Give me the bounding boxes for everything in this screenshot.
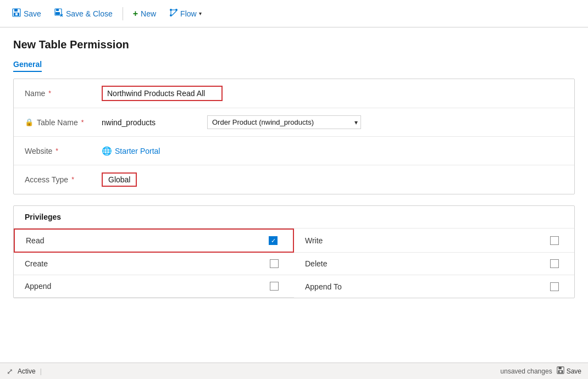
save-label: Save bbox=[24, 9, 41, 18]
privilege-append-to-row: Append To bbox=[294, 275, 574, 298]
privileges-grid: Read Write Create Delete bbox=[14, 228, 574, 298]
access-type-required: * bbox=[71, 176, 74, 183]
status-left: ⤢ Active | bbox=[7, 367, 42, 376]
status-save-icon bbox=[557, 366, 564, 376]
table-name-select[interactable]: Order Product (nwind_products) bbox=[207, 115, 361, 129]
lock-icon: 🔒 bbox=[25, 118, 34, 126]
svg-rect-1 bbox=[14, 9, 18, 12]
flow-label: Flow bbox=[180, 9, 197, 18]
svg-rect-5 bbox=[56, 9, 59, 11]
name-input[interactable] bbox=[102, 86, 223, 101]
table-name-value-container: nwind_products Order Product (nwind_prod… bbox=[102, 115, 563, 129]
name-row: Name * bbox=[14, 79, 574, 108]
privileges-section: Privileges Read Write Create bbox=[13, 205, 575, 298]
flow-chevron-icon: ▾ bbox=[199, 10, 202, 16]
svg-point-10 bbox=[175, 9, 177, 11]
main-wrapper: New Table Permission General Name * 🔒 Ta… bbox=[0, 27, 588, 363]
table-name-label: 🔒 Table Name * bbox=[25, 118, 102, 127]
access-type-value: Global bbox=[102, 172, 137, 187]
save-icon bbox=[12, 8, 21, 19]
svg-point-11 bbox=[170, 14, 172, 16]
save-close-label: Save & Close bbox=[66, 9, 113, 18]
privilege-write-label: Write bbox=[305, 236, 550, 245]
privilege-create-checkbox[interactable] bbox=[270, 259, 279, 268]
privilege-append-to-checkbox[interactable] bbox=[550, 282, 559, 291]
website-label: Website * bbox=[25, 147, 102, 155]
status-save-label: Save bbox=[567, 367, 581, 375]
svg-rect-18 bbox=[559, 371, 562, 373]
unsaved-changes-text: unsaved changes bbox=[501, 367, 552, 375]
privilege-delete-label: Delete bbox=[305, 259, 550, 268]
access-type-row: Access Type * Global bbox=[14, 165, 574, 194]
privilege-create-label: Create bbox=[25, 259, 270, 268]
table-name-text: nwind_products bbox=[102, 118, 201, 127]
status-active: Active bbox=[18, 367, 36, 375]
svg-rect-3 bbox=[15, 13, 18, 15]
privilege-read-checkbox[interactable] bbox=[269, 236, 278, 245]
new-icon: + bbox=[133, 9, 138, 19]
access-type-label: Access Type * bbox=[25, 175, 102, 184]
status-right: unsaved changes Save bbox=[501, 366, 581, 376]
privilege-append-label: Append bbox=[25, 282, 270, 291]
website-value-container: 🌐 Starter Portal bbox=[102, 146, 563, 156]
status-bar: ⤢ Active | unsaved changes Save bbox=[0, 363, 588, 379]
name-label: Name * bbox=[25, 89, 102, 98]
new-label: New bbox=[141, 9, 156, 18]
general-form-section: Name * 🔒 Table Name * nwind_products bbox=[13, 79, 575, 194]
new-button[interactable]: + New bbox=[127, 5, 162, 22]
access-type-value-container: Global bbox=[102, 172, 563, 187]
save-button[interactable]: Save bbox=[7, 5, 47, 23]
privilege-create-row: Create bbox=[14, 253, 294, 275]
name-value-container bbox=[102, 86, 563, 101]
main-content[interactable]: New Table Permission General Name * 🔒 Ta… bbox=[0, 27, 588, 363]
svg-point-9 bbox=[170, 9, 172, 11]
svg-line-14 bbox=[172, 11, 176, 15]
privilege-append-checkbox[interactable] bbox=[270, 282, 279, 291]
status-save-button[interactable]: Save bbox=[557, 366, 581, 376]
website-row: Website * 🌐 Starter Portal bbox=[14, 137, 574, 165]
website-link[interactable]: 🌐 Starter Portal bbox=[102, 146, 563, 156]
page-title: New Table Permission bbox=[13, 38, 575, 51]
flow-icon bbox=[169, 8, 178, 19]
flow-button[interactable]: Flow ▾ bbox=[164, 5, 207, 23]
expand-icon[interactable]: ⤢ bbox=[7, 367, 13, 376]
privilege-read-label: Read bbox=[26, 236, 269, 245]
privilege-append-row: Append bbox=[14, 275, 294, 298]
toolbar-separator-1 bbox=[123, 7, 123, 20]
privilege-write-checkbox[interactable] bbox=[550, 236, 559, 245]
privilege-delete-checkbox[interactable] bbox=[550, 259, 559, 268]
save-close-button[interactable]: Save & Close bbox=[49, 5, 118, 23]
website-required: * bbox=[56, 147, 58, 155]
privilege-read-row: Read bbox=[14, 228, 294, 253]
privilege-append-to-label: Append To bbox=[305, 282, 550, 291]
privileges-header: Privileges bbox=[14, 206, 574, 228]
privilege-delete-row: Delete bbox=[294, 253, 574, 275]
table-name-row: 🔒 Table Name * nwind_products Order Prod… bbox=[14, 108, 574, 137]
name-required: * bbox=[48, 90, 51, 97]
save-close-icon bbox=[54, 8, 63, 19]
table-dropdown-wrapper: Order Product (nwind_products) bbox=[207, 115, 361, 129]
privilege-write-row: Write bbox=[294, 228, 574, 253]
table-name-required: * bbox=[81, 119, 84, 126]
general-section-title: General bbox=[13, 60, 42, 72]
globe-icon: 🌐 bbox=[102, 146, 112, 156]
svg-rect-6 bbox=[56, 12, 60, 15]
status-separator: | bbox=[40, 367, 42, 375]
toolbar: Save Save & Close + New bbox=[0, 0, 588, 27]
svg-rect-16 bbox=[558, 367, 561, 369]
